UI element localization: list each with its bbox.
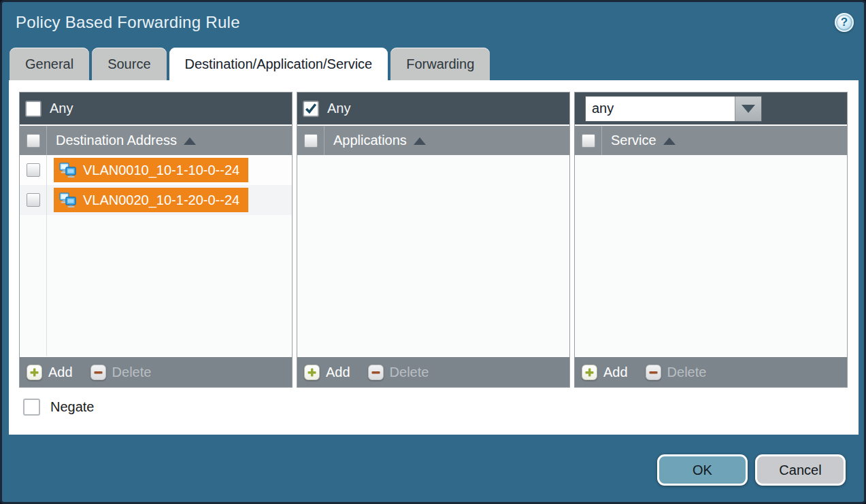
tab-bar: General Source Destination/Application/S… — [2, 42, 864, 80]
plus-icon — [27, 365, 42, 380]
sort-asc-icon — [184, 137, 196, 145]
dropdown-button[interactable] — [735, 97, 761, 121]
table-row: VLAN0020_10-1-20-0--24 — [20, 185, 292, 215]
applications-header-label: Applications — [333, 133, 407, 148]
address-object-vlan0010[interactable]: VLAN0010_10-1-10-0--24 — [54, 158, 248, 182]
applications-add-button[interactable]: Add — [304, 365, 350, 380]
tab-destination-application-service[interactable]: Destination/Application/Service — [169, 48, 388, 80]
sort-asc-icon — [663, 137, 676, 145]
service-add-button[interactable]: Add — [582, 365, 628, 380]
row-checkbox[interactable] — [27, 163, 40, 177]
service-header[interactable]: Service — [575, 124, 847, 155]
applications-any-bar: Any — [297, 93, 569, 124]
destination-add-button[interactable]: Add — [27, 365, 73, 380]
dialog-title: Policy Based Forwarding Rule — [16, 13, 240, 32]
tab-general[interactable]: General — [10, 48, 89, 80]
chevron-down-icon — [742, 105, 755, 113]
applications-delete-button[interactable]: Delete — [368, 365, 429, 380]
service-dropdown-bar: any — [575, 93, 847, 124]
network-address-icon — [58, 192, 77, 208]
address-object-label: VLAN0020_10-1-20-0--24 — [83, 192, 239, 208]
service-delete-button[interactable]: Delete — [646, 365, 707, 380]
service-column: any Service — [574, 92, 848, 388]
minus-icon — [646, 365, 661, 380]
applications-select-all-checkbox[interactable] — [304, 134, 318, 148]
table-row: VLAN0010_10-1-10-0--24 — [20, 155, 292, 185]
help-icon[interactable]: ? — [835, 13, 854, 32]
ok-button[interactable]: OK — [657, 454, 748, 486]
dialog-footer: OK Cancel — [2, 435, 864, 504]
policy-based-forwarding-dialog: Policy Based Forwarding Rule ? General S… — [0, 0, 866, 504]
tab-forwarding[interactable]: Forwarding — [390, 48, 490, 80]
dialog-titlebar: Policy Based Forwarding Rule ? — [2, 2, 864, 42]
service-dropdown[interactable]: any — [585, 96, 762, 122]
applications-any-checkbox[interactable] — [303, 101, 318, 116]
tab-content: Any Destination Address — [9, 80, 859, 435]
address-object-label: VLAN0010_10-1-10-0--24 — [83, 163, 239, 178]
destination-address-column: Any Destination Address — [19, 92, 293, 388]
negate-checkbox[interactable] — [23, 399, 40, 416]
destination-select-all-checkbox[interactable] — [27, 134, 40, 148]
destination-address-list: VLAN0010_10-1-10-0--24 — [20, 155, 292, 356]
tab-source[interactable]: Source — [92, 48, 166, 80]
service-toolbar: Add Delete — [575, 356, 847, 387]
destination-delete-button[interactable]: Delete — [90, 365, 152, 380]
negate-label: Negate — [50, 399, 95, 415]
applications-list — [297, 155, 569, 356]
row-checkbox[interactable] — [27, 193, 40, 207]
destination-any-bar: Any — [20, 93, 292, 124]
minus-icon — [90, 365, 106, 380]
applications-header[interactable]: Applications — [297, 124, 569, 155]
network-address-icon — [58, 162, 77, 178]
three-column-layout: Any Destination Address — [19, 92, 848, 388]
destination-address-header-label: Destination Address — [56, 133, 177, 148]
destination-toolbar: Add Delete — [20, 356, 292, 387]
service-select-all-checkbox[interactable] — [582, 134, 595, 148]
cancel-button[interactable]: Cancel — [755, 454, 846, 486]
sort-asc-icon — [414, 137, 426, 145]
plus-icon — [304, 365, 320, 380]
applications-toolbar: Add Delete — [297, 356, 569, 387]
negate-row: Negate — [23, 399, 848, 416]
service-dropdown-value: any — [586, 97, 735, 121]
service-header-label: Service — [611, 133, 656, 148]
destination-any-checkbox[interactable] — [26, 101, 41, 116]
applications-column: Any Applications Add — [297, 92, 570, 388]
plus-icon — [582, 365, 597, 380]
minus-icon — [368, 365, 384, 380]
destination-any-label: Any — [50, 101, 73, 116]
address-object-vlan0020[interactable]: VLAN0020_10-1-20-0--24 — [54, 188, 248, 212]
destination-address-header[interactable]: Destination Address — [20, 124, 292, 155]
service-list — [575, 155, 847, 356]
applications-any-label: Any — [327, 101, 350, 116]
